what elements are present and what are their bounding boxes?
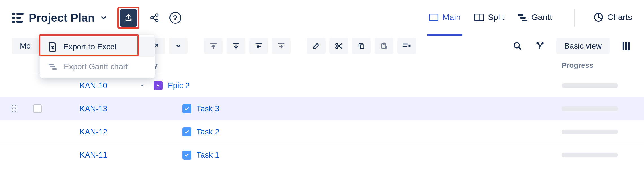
tab-label: Charts [607,12,632,22]
layout-full-icon [429,14,438,21]
export-button[interactable] [120,9,137,27]
upload-icon [124,14,133,22]
help-icon: ? [169,12,181,24]
mode-button[interactable]: Mo [12,38,39,54]
export-excel-label: Export to Excel [63,42,116,51]
progress-cell [562,106,632,111]
paste-button[interactable] [375,38,393,54]
edit-group [307,38,416,54]
outdent-button[interactable] [249,38,268,54]
export-excel-item[interactable]: Export to Excel [40,37,155,57]
edit-button[interactable] [307,38,326,54]
svg-rect-9 [429,14,438,21]
move-down-button[interactable] [227,38,245,54]
drag-handle[interactable] [12,105,27,112]
tab-label: Gantt [531,12,552,22]
view-tabs: Main Split Gantt [429,9,632,27]
gantt-icon [518,14,527,21]
copy-button[interactable] [352,38,371,54]
basic-view-label: Basic view [564,42,602,51]
filter-button[interactable] [534,40,546,52]
table-row[interactable]: KAN-13 Task 3 [0,97,644,120]
tab-charts[interactable]: Charts [594,12,632,23]
table-row[interactable]: KAN-12 Task 2 [0,120,644,143]
move-up-button[interactable] [204,38,223,54]
scissors-icon [335,42,343,50]
progress-cell [562,83,632,88]
svg-rect-17 [50,66,55,67]
delete-row-icon [402,42,411,50]
summary-cell: Task 1 [136,151,562,160]
header-actions: ? [117,7,181,29]
key-cell: KAN-11 [80,151,136,160]
export-gantt-label: Export Gantt chart [64,62,128,71]
tab-label: Main [442,12,461,22]
summary-cell: Task 3 [136,104,562,113]
svg-point-25 [537,43,538,44]
issue-key-link[interactable]: KAN-10 [80,81,107,90]
svg-rect-18 [52,68,57,70]
columns-button[interactable] [620,40,632,52]
svg-rect-27 [623,42,624,50]
export-gantt-item[interactable]: Export Gantt chart [40,57,155,76]
svg-rect-29 [628,42,630,50]
basic-view-button[interactable]: Basic view [556,38,610,54]
progress-cell [562,153,632,157]
svg-rect-16 [49,64,54,65]
indent-button[interactable] [272,38,291,54]
issue-key-link[interactable]: KAN-11 [80,151,107,159]
summary-cell: Epic 2 [136,81,562,90]
svg-rect-4 [12,21,15,23]
expand-toggle-button[interactable] [169,38,188,54]
issue-key-link[interactable]: KAN-13 [80,104,107,113]
move-group [204,38,291,54]
expand-caret[interactable] [136,83,149,88]
tab-split[interactable]: Split [474,12,504,23]
project-title: Project Plan [29,12,95,24]
gantt-small-icon [49,63,58,70]
progress-bar [562,106,618,111]
summary-link[interactable]: Task 3 [197,104,219,113]
progress-cell [562,130,632,134]
svg-rect-2 [12,17,15,19]
gantt-list-icon [12,13,24,23]
task-icon [182,104,191,113]
paste-icon [380,42,388,50]
svg-rect-21 [360,45,364,49]
summary-link[interactable]: Epic 2 [168,81,190,90]
project-title-group[interactable]: Project Plan [12,12,107,24]
chevron-down-icon [100,14,107,21]
tab-gantt[interactable]: Gantt [518,12,552,23]
layout-split-icon [474,14,484,21]
checkbox-cell [27,104,47,113]
column-progress[interactable]: Progress [562,61,632,70]
key-cell: KAN-12 [80,127,136,136]
summary-cell: Task 2 [136,127,562,136]
key-cell: KAN-13 [80,104,136,113]
arrow-down-bar-icon [232,42,240,50]
search-button[interactable] [511,40,524,52]
issue-key-link[interactable]: KAN-12 [80,127,107,136]
excel-file-icon [49,42,57,52]
chevron-down-icon [175,43,182,49]
arrow-up-bar-icon [210,42,217,50]
row-checkbox[interactable] [33,104,42,113]
summary-link[interactable]: Task 2 [197,127,219,136]
column-summary[interactable]: Summary [124,61,562,70]
filter-icon [536,42,544,50]
help-button[interactable]: ? [169,12,181,24]
summary-link[interactable]: Task 1 [197,151,219,160]
highlight-frame [117,7,139,29]
task-icon [182,127,191,136]
epic-icon [154,81,163,90]
delete-button[interactable] [397,38,416,54]
tab-main[interactable]: Main [429,12,461,23]
cut-button[interactable] [329,38,348,54]
key-cell: KAN-10 [80,81,136,90]
mode-label: Mo [20,42,31,51]
search-icon [513,42,522,51]
svg-rect-5 [16,21,23,23]
pencil-icon [313,42,320,50]
share-icon[interactable] [150,13,159,23]
table-row[interactable]: KAN-11 Task 1 [0,143,644,167]
